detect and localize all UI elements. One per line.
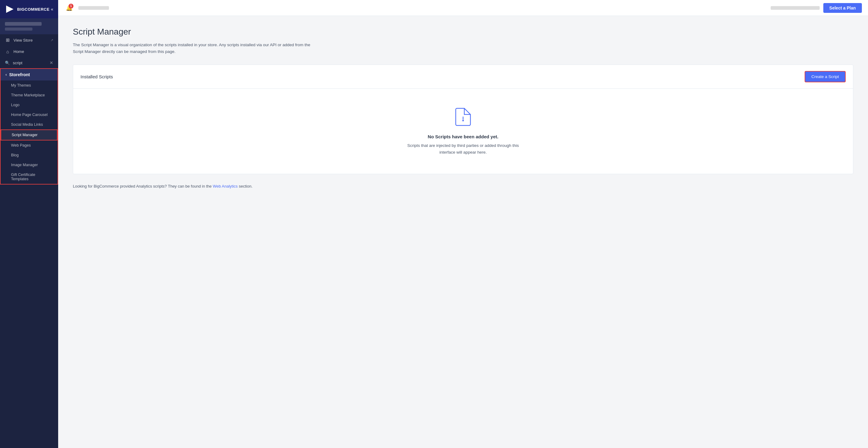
store-url [5,28,32,31]
storefront-section: ‹ Storefront My Themes Theme Marketplace… [0,68,58,185]
sidebar: BIGCOMMERCE « ⊞ View Store ↗ ⌂ Home 🔍 sc… [0,0,58,448]
external-link-icon: ↗ [51,38,53,42]
scripts-card-header: Installed Scripts Create a Script [73,65,853,89]
sidebar-item-home[interactable]: ⌂ Home [0,46,58,57]
notification-badge: 1 [68,4,73,8]
notification-bell[interactable]: 🔔 1 [64,3,74,13]
topbar-left: 🔔 1 [64,3,109,13]
topbar-user-info [771,6,819,10]
svg-marker-0 [6,5,13,13]
page-title: Script Manager [73,27,853,37]
store-icon: ⊞ [5,37,10,43]
bigcommerce-logo-icon [5,4,15,14]
sidebar-item-view-store[interactable]: ⊞ View Store ↗ [0,34,58,46]
logo-text: BIGCOMMERCE [17,7,50,12]
sidebar-item-blog[interactable]: Blog [1,150,58,160]
home-icon: ⌂ [5,49,10,54]
sidebar-item-theme-marketplace[interactable]: Theme Marketplace [1,90,58,100]
page-content: Script Manager The Script Manager is a v… [58,16,868,448]
topbar-right: Select a Plan [771,3,862,13]
create-script-button[interactable]: Create a Script [805,71,846,82]
sidebar-collapse-button[interactable]: « [51,7,53,12]
sidebar-search-item[interactable]: 🔍 script ✕ [0,57,58,68]
scripts-card: Installed Scripts Create a Script No Scr… [73,65,853,174]
sidebar-store-info [0,19,58,34]
search-icon: 🔍 [5,61,10,65]
storefront-header[interactable]: ‹ Storefront [1,69,58,81]
scripts-empty-state: No Scripts have been added yet. Scripts … [73,89,853,174]
web-analytics-link[interactable]: Web Analytics [213,184,238,189]
analytics-note: Looking for BigCommerce provided Analyti… [73,184,853,189]
storefront-chevron: ‹ [5,72,7,77]
sidebar-item-web-pages[interactable]: Web Pages [1,140,58,150]
topbar-store-name [79,6,109,10]
search-close-icon[interactable]: ✕ [50,60,53,65]
topbar: 🔔 1 Select a Plan [58,0,868,16]
empty-state-icon [455,107,472,128]
svg-point-1 [462,120,464,122]
sidebar-item-my-themes[interactable]: My Themes [1,81,58,90]
sidebar-item-home-page-carousel[interactable]: Home Page Carousel [1,110,58,120]
sidebar-item-social-media-links[interactable]: Social Media Links [1,120,58,129]
sidebar-item-script-manager[interactable]: Script Manager [1,129,58,140]
sidebar-item-image-manager[interactable]: Image Manager [1,160,58,170]
sidebar-logo: BIGCOMMERCE « [0,0,58,19]
empty-state-description: Scripts that are injected by third parti… [407,142,519,156]
sidebar-item-logo[interactable]: Logo [1,100,58,110]
empty-state-title: No Scripts have been added yet. [428,134,499,139]
logo-area: BIGCOMMERCE [5,4,50,14]
sidebar-item-gift-certificate-templates[interactable]: Gift Certificate Templates [1,170,58,184]
storefront-label: Storefront [9,72,30,77]
store-name [5,22,42,26]
installed-scripts-label: Installed Scripts [81,74,113,79]
select-plan-button[interactable]: Select a Plan [823,3,862,13]
page-description: The Script Manager is a visual organizat… [73,42,312,55]
main-area: 🔔 1 Select a Plan Script Manager The Scr… [58,0,868,448]
